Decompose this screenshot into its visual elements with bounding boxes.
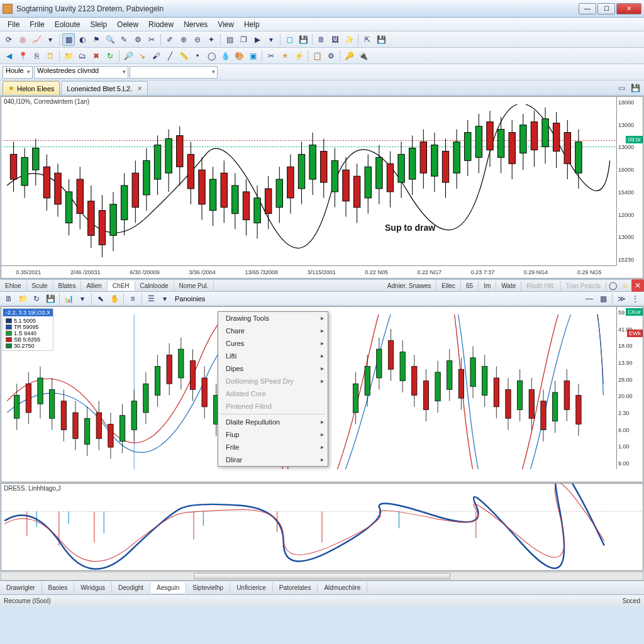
note-icon[interactable]: 🗒 (44, 50, 57, 62)
bottab-baoies[interactable]: Baoies (42, 582, 75, 593)
browse-icon[interactable]: 🗂 (76, 50, 89, 62)
wand-icon[interactable]: ✦ (205, 33, 218, 46)
tab-lonenicted[interactable]: Lonenicted Btet 5.L2. ✕ (61, 81, 148, 95)
ctx-dipes[interactable]: Dipes (218, 362, 328, 375)
filter-icon[interactable]: ▾ (44, 33, 57, 46)
midtab-im[interactable]: Im (479, 281, 496, 291)
menu-view[interactable]: View (213, 19, 239, 30)
midtab-ehloe[interactable]: Ehloe (0, 281, 27, 291)
midtab-star-icon[interactable]: ☆ (619, 279, 631, 292)
table-icon[interactable]: ▤ (223, 33, 236, 46)
dropdown-icon[interactable]: ▾ (265, 33, 277, 46)
mt-menu-icon[interactable]: ▾ (158, 292, 171, 305)
oscillator-pane[interactable]: DRE5S. Linhhtago,J (1, 483, 643, 571)
midtab-allien[interactable]: Allien (81, 281, 107, 291)
minimize-button[interactable] (579, 3, 596, 14)
ctx-chare[interactable]: Chare (218, 325, 328, 337)
pencil-icon[interactable]: ✐ (164, 33, 176, 46)
zoomin-icon[interactable]: ⊕ (177, 33, 190, 46)
export-icon[interactable]: ⇱ (361, 33, 374, 46)
midtab-close-icon[interactable]: ✕ (631, 279, 644, 292)
scissors-icon[interactable]: ✂ (145, 33, 158, 46)
midtab-tran[interactable]: Tran Pesicts (561, 281, 606, 291)
line-icon[interactable]: ╱ (164, 50, 176, 62)
mt-save-icon[interactable]: 💾 (44, 292, 57, 305)
clipboard-icon[interactable]: 📋 (311, 50, 323, 62)
tab-window-icon[interactable]: ▭ (615, 82, 628, 94)
midtab-blates[interactable]: Blates (53, 281, 82, 291)
mt-grid-icon[interactable]: ▦ (597, 292, 609, 305)
ctx-frile[interactable]: Frile (218, 441, 328, 453)
copy-icon[interactable]: ⎘ (30, 50, 43, 62)
save-icon[interactable]: 💾 (297, 33, 309, 46)
mt-hand-icon[interactable]: ✋ (108, 292, 121, 305)
picture-icon[interactable]: 🖼 (329, 33, 341, 46)
menu-oelew[interactable]: Oelew (112, 19, 143, 30)
tab-close-icon[interactable]: ✕ (137, 85, 142, 92)
gear-icon[interactable]: ⚙ (325, 50, 337, 62)
point-icon[interactable]: • (191, 50, 204, 62)
play-icon[interactable]: ▶ (251, 33, 264, 46)
pin-icon[interactable]: 📍 (16, 50, 29, 62)
cut-icon[interactable]: ✂ (265, 50, 277, 62)
layers-icon[interactable]: ❐ (237, 33, 250, 46)
bug-icon[interactable]: ☀ (279, 50, 291, 62)
ctx-drawing-tools[interactable]: Drawing Tools (218, 312, 328, 325)
zoomout-icon[interactable]: ⊖ (191, 33, 204, 46)
mt-list-icon[interactable]: ☰ (145, 292, 157, 305)
bottab-deodight[interactable]: Deodight (112, 582, 150, 593)
mt-refresh-icon[interactable]: ↻ (30, 292, 43, 305)
midtab-circle-icon[interactable]: ◯ (606, 279, 619, 292)
back-icon[interactable]: ◀ (3, 50, 15, 62)
grid-icon[interactable]: ▦ (62, 33, 75, 46)
wizard-icon[interactable]: ✨ (343, 33, 355, 46)
combo-houle[interactable]: Houle (3, 66, 33, 79)
combo-symbol[interactable]: Wolestredes clivndd (34, 66, 128, 79)
delete-icon[interactable]: ✖ (90, 50, 103, 62)
reload-icon[interactable]: ⟳ (3, 33, 15, 46)
menu-file[interactable]: File (3, 19, 25, 30)
bottab-unficierice[interactable]: Unficierice (230, 582, 273, 593)
mt-collapse-icon[interactable]: ≫ (615, 292, 628, 305)
refresh-icon[interactable]: ↻ (104, 50, 116, 62)
flag-icon[interactable]: ⚑ (90, 33, 103, 46)
bottab-drawrigler[interactable]: Drawrigler (0, 582, 42, 593)
ctx-pintened[interactable]: Pintened Filind (218, 400, 328, 413)
ctx-adisted[interactable]: Adisted Core (218, 387, 328, 400)
stamp-icon[interactable]: ▣ (247, 50, 259, 62)
ctx-lifti[interactable]: Lifti (218, 350, 328, 362)
mt-dropdown-icon[interactable]: ▾ (76, 292, 89, 305)
midtab-ellec[interactable]: Ellec (436, 281, 461, 291)
midtab-scule[interactable]: Scule (27, 281, 53, 291)
circle-icon[interactable]: ◯ (205, 50, 218, 62)
menu-frile[interactable]: Frile (25, 19, 49, 30)
menu-eoloute[interactable]: Eoloute (50, 19, 86, 30)
mt-alignl-icon[interactable]: ≡ (126, 292, 139, 305)
disk-icon[interactable]: 💾 (375, 33, 387, 46)
plug-icon[interactable]: 🔌 (357, 50, 369, 62)
mt-doc-icon[interactable]: 🗎 (3, 292, 15, 305)
bottab-wiridgus[interactable]: Wiridgus (74, 582, 112, 593)
combo-empty[interactable] (130, 66, 218, 79)
bottab-aldmuechiire[interactable]: Aldmuechiire (318, 582, 367, 593)
bottab-siptevielhp[interactable]: Siptevielhp (186, 582, 230, 593)
target-icon[interactable]: ◎ (16, 33, 29, 46)
bottab-aesguin[interactable]: Aesguin (150, 582, 186, 593)
bottab-patorelates[interactable]: Patorelates (273, 582, 318, 593)
menu-nerves[interactable]: Nerves (179, 19, 213, 30)
doc-icon[interactable]: 🗎 (315, 33, 328, 46)
mt-options-icon[interactable]: ⋮ (629, 292, 641, 305)
search-icon[interactable]: 🔎 (122, 50, 135, 62)
bolt-icon[interactable]: ⚡ (292, 50, 305, 62)
midtab-nome[interactable]: Nome Pul. (174, 281, 214, 291)
ctx-dlaite[interactable]: Dlaite Repullution (218, 416, 328, 428)
midtab-65[interactable]: 65 (461, 281, 479, 291)
midtab-cheh[interactable]: ChEH (108, 281, 135, 291)
menu-slelp[interactable]: Slelp (85, 19, 112, 30)
globe-icon[interactable]: ◐ (76, 33, 89, 46)
drop-icon[interactable]: 💧 (219, 50, 231, 62)
menu-riodew[interactable]: Riodew (143, 19, 179, 30)
maximize-button[interactable] (597, 3, 615, 14)
edit-icon[interactable]: ✎ (118, 33, 130, 46)
mt-min-icon[interactable]: — (583, 292, 596, 305)
